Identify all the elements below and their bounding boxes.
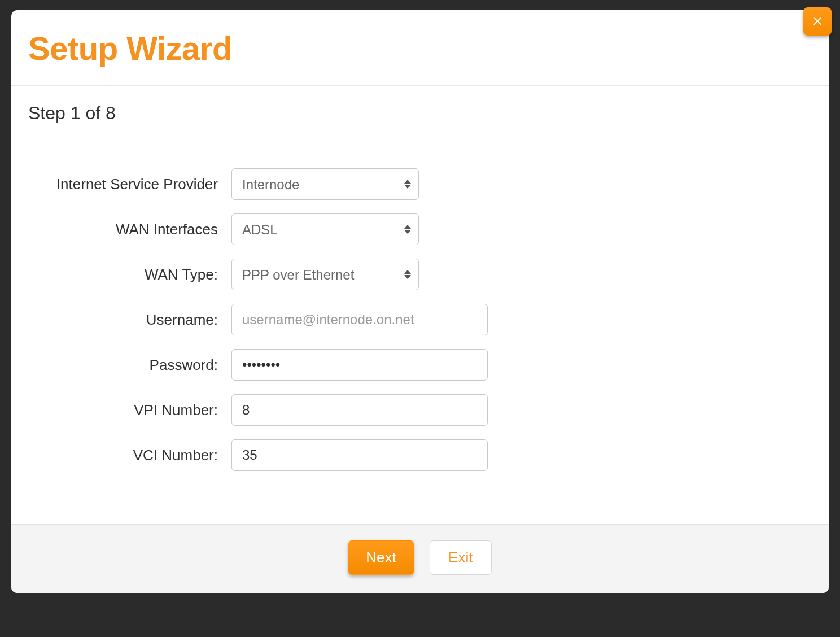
label-wan-interfaces: WAN Interfaces xyxy=(28,221,231,238)
label-password: Password: xyxy=(28,356,231,374)
row-password: Password: xyxy=(28,349,812,381)
wizard-form: Internet Service Provider Internode WAN … xyxy=(28,168,812,471)
setup-wizard-modal: Setup Wizard Step 1 of 8 Internet Servic… xyxy=(11,10,829,593)
input-password[interactable] xyxy=(231,349,488,381)
input-vci[interactable] xyxy=(231,439,488,471)
label-username: Username: xyxy=(28,311,231,329)
step-heading: Step 1 of 8 xyxy=(28,103,812,134)
input-vpi[interactable] xyxy=(231,394,488,426)
close-button[interactable] xyxy=(803,7,832,36)
input-username[interactable] xyxy=(231,304,488,335)
row-wan-interfaces: WAN Interfaces ADSL xyxy=(28,213,812,245)
modal-header: Setup Wizard xyxy=(11,10,829,86)
modal-title: Setup Wizard xyxy=(28,29,812,67)
row-vci: VCI Number: xyxy=(28,439,812,471)
label-vpi: VPI Number: xyxy=(28,402,231,419)
row-vpi: VPI Number: xyxy=(28,394,812,426)
select-wan-type[interactable]: PPP over Ethernet xyxy=(231,259,419,290)
modal-body: Step 1 of 8 Internet Service Provider In… xyxy=(11,86,829,524)
label-wan-type: WAN Type: xyxy=(28,266,231,283)
row-wan-type: WAN Type: PPP over Ethernet xyxy=(28,259,812,290)
next-button[interactable]: Next xyxy=(348,540,413,575)
select-wan-interfaces[interactable]: ADSL xyxy=(231,213,419,245)
label-vci: VCI Number: xyxy=(28,447,231,464)
close-icon xyxy=(811,14,824,29)
modal-footer: Next Exit xyxy=(11,524,829,593)
select-isp[interactable]: Internode xyxy=(231,168,419,200)
label-isp: Internet Service Provider xyxy=(28,176,231,193)
row-isp: Internet Service Provider Internode xyxy=(28,168,812,200)
row-username: Username: xyxy=(28,304,812,335)
exit-button[interactable]: Exit xyxy=(430,540,492,575)
